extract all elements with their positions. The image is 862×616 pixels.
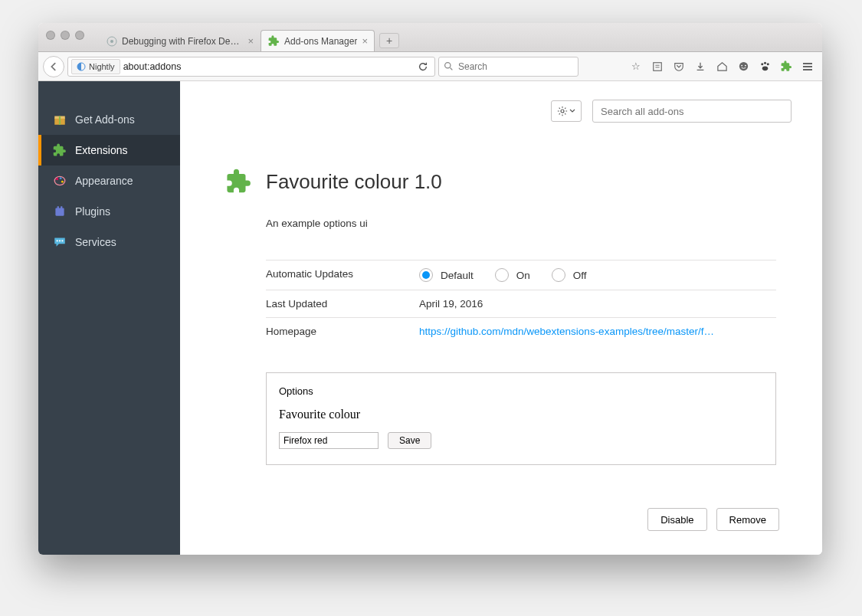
url-input[interactable] — [123, 61, 411, 72]
row-label: Last Updated — [266, 298, 419, 310]
svg-point-13 — [766, 63, 769, 65]
back-button[interactable] — [43, 56, 64, 77]
svg-rect-22 — [55, 208, 64, 216]
addon-detail-panel: Favourite colour 1.0 An example options … — [180, 81, 822, 555]
window-zoom-button[interactable] — [75, 31, 84, 40]
new-tab-button[interactable]: + — [379, 33, 399, 48]
home-icon[interactable] — [715, 60, 729, 74]
plugin-icon — [52, 204, 67, 219]
radio-off[interactable]: Off — [552, 268, 587, 282]
tab-strip: Debugging with Firefox Develop… × Add-on… — [100, 28, 399, 51]
svg-point-3 — [445, 63, 451, 68]
svg-point-1 — [110, 40, 113, 43]
svg-point-25 — [57, 240, 58, 241]
brush-icon — [52, 173, 67, 188]
svg-point-10 — [744, 65, 746, 67]
addon-actions: Disable Remove — [180, 480, 822, 546]
search-bar[interactable] — [438, 57, 578, 77]
row-label: Homepage — [266, 326, 419, 337]
tab-label: Debugging with Firefox Develop… — [122, 36, 243, 47]
identity-box[interactable]: Nightly — [71, 59, 120, 74]
browser-window: Debugging with Firefox Develop… × Add-on… — [38, 23, 822, 555]
svg-point-8 — [739, 62, 747, 70]
reload-icon[interactable] — [415, 61, 431, 72]
chat-bubble-icon — [52, 234, 67, 250]
sidebar-item-plugins[interactable]: Plugins — [38, 196, 180, 227]
colour-input[interactable] — [279, 432, 379, 449]
svg-rect-23 — [57, 206, 59, 208]
gear-icon — [557, 106, 568, 116]
svg-rect-17 — [59, 116, 61, 125]
options-panel: Options Favourite colour Save — [266, 372, 776, 465]
svg-line-4 — [451, 68, 453, 70]
radio-icon — [495, 268, 509, 282]
window-minimize-button[interactable] — [61, 31, 70, 40]
sidebar-item-appearance[interactable]: Appearance — [38, 165, 180, 196]
toolbar-icon-strip: ☆ — [629, 60, 818, 74]
tab-favicon — [107, 35, 117, 48]
search-icon — [444, 61, 454, 71]
sidebar-item-label: Services — [75, 236, 116, 248]
hamburger-menu-icon[interactable] — [801, 60, 814, 74]
sidebar-item-label: Extensions — [75, 144, 127, 156]
chat-icon[interactable] — [736, 60, 750, 74]
row-value: April 19, 2016 — [419, 298, 776, 310]
bookmark-star-icon[interactable]: ☆ — [629, 60, 643, 74]
paw-icon[interactable] — [758, 60, 772, 74]
tab-active[interactable]: Add-ons Manager × — [261, 30, 375, 51]
sidebar-item-services[interactable]: Services — [38, 227, 180, 257]
svg-point-26 — [59, 240, 61, 241]
row-homepage: Homepage https://github.com/mdn/webexten… — [266, 318, 776, 345]
tools-menu-button[interactable] — [551, 100, 582, 122]
homepage-link[interactable]: https://github.com/mdn/webextensions-exa… — [419, 326, 714, 337]
svg-point-27 — [61, 240, 63, 241]
svg-point-12 — [764, 62, 766, 64]
content-area: Get Add-ons Extensions Appearance Plugin… — [38, 81, 822, 555]
radio-on[interactable]: On — [495, 268, 530, 282]
search-input[interactable] — [458, 61, 573, 72]
addon-search-input[interactable] — [592, 100, 792, 123]
radio-icon — [552, 268, 565, 282]
options-legend: Options — [279, 385, 313, 397]
url-bar[interactable]: Nightly — [67, 57, 435, 77]
addon-info-table: Automatic Updates Default On Off Last Up… — [266, 260, 776, 345]
svg-point-11 — [761, 63, 763, 65]
radio-default[interactable]: Default — [419, 268, 474, 282]
svg-rect-5 — [654, 62, 662, 70]
window-close-button[interactable] — [46, 31, 55, 40]
sidebar-item-label: Plugins — [75, 205, 110, 218]
navigation-toolbar: Nightly ☆ — [38, 52, 822, 81]
svg-point-28 — [561, 110, 564, 113]
downloads-icon[interactable] — [693, 60, 707, 74]
disable-button[interactable]: Disable — [647, 508, 706, 531]
addon-title: Favourite colour 1.0 — [266, 170, 442, 194]
svg-point-9 — [741, 65, 742, 67]
sidebar-item-get-addons[interactable]: Get Add-ons — [38, 104, 180, 135]
save-button[interactable]: Save — [388, 432, 431, 449]
sidebar-item-label: Get Add-ons — [75, 113, 135, 126]
window-controls — [46, 31, 84, 40]
svg-point-14 — [762, 67, 768, 71]
tab-close-icon[interactable]: × — [247, 35, 254, 47]
identity-label: Nightly — [89, 62, 115, 71]
tab-inactive[interactable]: Debugging with Firefox Develop… × — [100, 30, 261, 51]
tab-close-icon[interactable]: × — [362, 35, 368, 47]
nightly-icon — [77, 62, 86, 71]
svg-point-21 — [61, 181, 64, 183]
row-automatic-updates: Automatic Updates Default On Off — [266, 260, 776, 290]
puzzle-icon — [226, 169, 252, 195]
addons-sidebar: Get Add-ons Extensions Appearance Plugin… — [38, 81, 180, 555]
sidebar-item-extensions[interactable]: Extensions — [38, 135, 180, 165]
remove-button[interactable]: Remove — [716, 508, 779, 531]
gift-icon — [52, 112, 67, 127]
addon-description: An example options ui — [266, 218, 776, 229]
titlebar: Debugging with Firefox Develop… × Add-on… — [38, 23, 822, 52]
tab-label: Add-ons Manager — [284, 36, 357, 47]
row-last-updated: Last Updated April 19, 2016 — [266, 290, 776, 318]
radio-icon — [419, 268, 433, 282]
pocket-icon[interactable] — [672, 60, 686, 74]
puzzle-icon — [267, 35, 280, 48]
addons-icon[interactable] — [779, 60, 793, 74]
reader-icon[interactable] — [651, 60, 664, 74]
chevron-down-icon — [569, 108, 575, 114]
